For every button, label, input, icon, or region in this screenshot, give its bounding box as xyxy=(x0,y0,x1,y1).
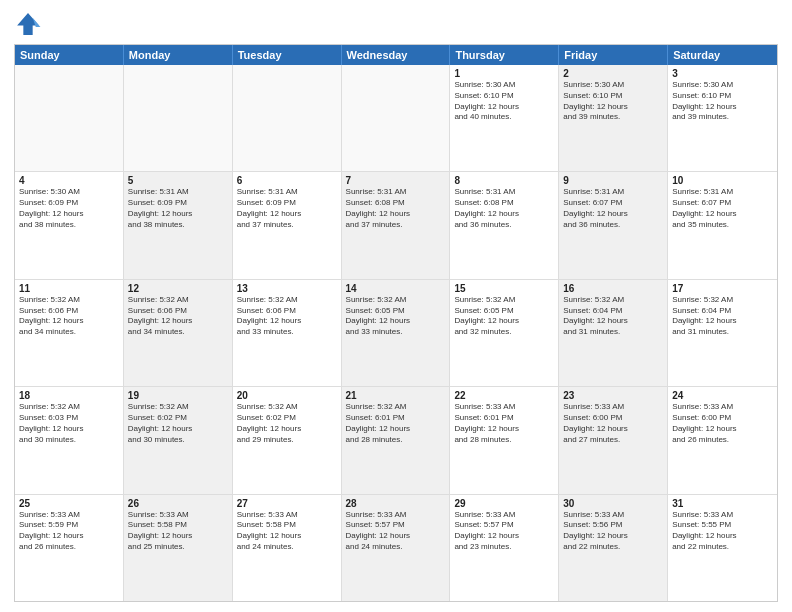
day-number: 16 xyxy=(563,283,663,294)
calendar-cell xyxy=(342,65,451,171)
day-number: 7 xyxy=(346,175,446,186)
day-info: Sunrise: 5:33 AM Sunset: 5:59 PM Dayligh… xyxy=(19,510,119,553)
calendar-cell: 31Sunrise: 5:33 AM Sunset: 5:55 PM Dayli… xyxy=(668,495,777,601)
day-info: Sunrise: 5:32 AM Sunset: 6:01 PM Dayligh… xyxy=(346,402,446,445)
calendar-cell: 7Sunrise: 5:31 AM Sunset: 6:08 PM Daylig… xyxy=(342,172,451,278)
day-number: 3 xyxy=(672,68,773,79)
calendar-cell: 2Sunrise: 5:30 AM Sunset: 6:10 PM Daylig… xyxy=(559,65,668,171)
calendar-cell: 1Sunrise: 5:30 AM Sunset: 6:10 PM Daylig… xyxy=(450,65,559,171)
day-number: 24 xyxy=(672,390,773,401)
day-info: Sunrise: 5:33 AM Sunset: 5:58 PM Dayligh… xyxy=(128,510,228,553)
calendar-cell xyxy=(233,65,342,171)
weekday-header: Thursday xyxy=(450,45,559,65)
calendar-cell: 10Sunrise: 5:31 AM Sunset: 6:07 PM Dayli… xyxy=(668,172,777,278)
calendar-cell: 26Sunrise: 5:33 AM Sunset: 5:58 PM Dayli… xyxy=(124,495,233,601)
day-number: 31 xyxy=(672,498,773,509)
day-number: 13 xyxy=(237,283,337,294)
day-info: Sunrise: 5:31 AM Sunset: 6:08 PM Dayligh… xyxy=(454,187,554,230)
day-number: 26 xyxy=(128,498,228,509)
day-number: 5 xyxy=(128,175,228,186)
day-number: 14 xyxy=(346,283,446,294)
calendar-cell: 5Sunrise: 5:31 AM Sunset: 6:09 PM Daylig… xyxy=(124,172,233,278)
calendar-cell: 19Sunrise: 5:32 AM Sunset: 6:02 PM Dayli… xyxy=(124,387,233,493)
day-info: Sunrise: 5:32 AM Sunset: 6:06 PM Dayligh… xyxy=(128,295,228,338)
day-info: Sunrise: 5:32 AM Sunset: 6:04 PM Dayligh… xyxy=(672,295,773,338)
day-number: 1 xyxy=(454,68,554,79)
calendar-cell: 22Sunrise: 5:33 AM Sunset: 6:01 PM Dayli… xyxy=(450,387,559,493)
calendar-cell xyxy=(15,65,124,171)
day-info: Sunrise: 5:33 AM Sunset: 5:57 PM Dayligh… xyxy=(346,510,446,553)
calendar-cell: 3Sunrise: 5:30 AM Sunset: 6:10 PM Daylig… xyxy=(668,65,777,171)
weekday-header: Monday xyxy=(124,45,233,65)
day-number: 10 xyxy=(672,175,773,186)
calendar-row: 11Sunrise: 5:32 AM Sunset: 6:06 PM Dayli… xyxy=(15,280,777,387)
calendar-cell: 12Sunrise: 5:32 AM Sunset: 6:06 PM Dayli… xyxy=(124,280,233,386)
calendar-cell: 15Sunrise: 5:32 AM Sunset: 6:05 PM Dayli… xyxy=(450,280,559,386)
calendar-row: 1Sunrise: 5:30 AM Sunset: 6:10 PM Daylig… xyxy=(15,65,777,172)
calendar-cell: 23Sunrise: 5:33 AM Sunset: 6:00 PM Dayli… xyxy=(559,387,668,493)
day-info: Sunrise: 5:32 AM Sunset: 6:05 PM Dayligh… xyxy=(346,295,446,338)
calendar-cell: 30Sunrise: 5:33 AM Sunset: 5:56 PM Dayli… xyxy=(559,495,668,601)
calendar-cell: 20Sunrise: 5:32 AM Sunset: 6:02 PM Dayli… xyxy=(233,387,342,493)
day-number: 27 xyxy=(237,498,337,509)
day-number: 4 xyxy=(19,175,119,186)
day-number: 21 xyxy=(346,390,446,401)
weekday-header: Saturday xyxy=(668,45,777,65)
day-number: 15 xyxy=(454,283,554,294)
calendar-cell: 6Sunrise: 5:31 AM Sunset: 6:09 PM Daylig… xyxy=(233,172,342,278)
weekday-header: Wednesday xyxy=(342,45,451,65)
calendar-cell: 24Sunrise: 5:33 AM Sunset: 6:00 PM Dayli… xyxy=(668,387,777,493)
day-info: Sunrise: 5:33 AM Sunset: 5:57 PM Dayligh… xyxy=(454,510,554,553)
day-info: Sunrise: 5:30 AM Sunset: 6:10 PM Dayligh… xyxy=(454,80,554,123)
calendar-cell: 18Sunrise: 5:32 AM Sunset: 6:03 PM Dayli… xyxy=(15,387,124,493)
day-info: Sunrise: 5:32 AM Sunset: 6:06 PM Dayligh… xyxy=(237,295,337,338)
logo-icon xyxy=(14,10,42,38)
calendar-body: 1Sunrise: 5:30 AM Sunset: 6:10 PM Daylig… xyxy=(15,65,777,601)
day-info: Sunrise: 5:30 AM Sunset: 6:10 PM Dayligh… xyxy=(563,80,663,123)
day-number: 2 xyxy=(563,68,663,79)
day-info: Sunrise: 5:33 AM Sunset: 6:01 PM Dayligh… xyxy=(454,402,554,445)
day-info: Sunrise: 5:33 AM Sunset: 5:58 PM Dayligh… xyxy=(237,510,337,553)
calendar-row: 4Sunrise: 5:30 AM Sunset: 6:09 PM Daylig… xyxy=(15,172,777,279)
day-info: Sunrise: 5:33 AM Sunset: 6:00 PM Dayligh… xyxy=(563,402,663,445)
day-number: 28 xyxy=(346,498,446,509)
weekday-header: Sunday xyxy=(15,45,124,65)
day-info: Sunrise: 5:30 AM Sunset: 6:09 PM Dayligh… xyxy=(19,187,119,230)
day-number: 19 xyxy=(128,390,228,401)
calendar-cell: 11Sunrise: 5:32 AM Sunset: 6:06 PM Dayli… xyxy=(15,280,124,386)
calendar-cell: 9Sunrise: 5:31 AM Sunset: 6:07 PM Daylig… xyxy=(559,172,668,278)
day-info: Sunrise: 5:31 AM Sunset: 6:07 PM Dayligh… xyxy=(563,187,663,230)
day-number: 25 xyxy=(19,498,119,509)
day-number: 30 xyxy=(563,498,663,509)
day-info: Sunrise: 5:32 AM Sunset: 6:05 PM Dayligh… xyxy=(454,295,554,338)
calendar-cell: 4Sunrise: 5:30 AM Sunset: 6:09 PM Daylig… xyxy=(15,172,124,278)
header xyxy=(14,10,778,38)
day-info: Sunrise: 5:31 AM Sunset: 6:08 PM Dayligh… xyxy=(346,187,446,230)
day-info: Sunrise: 5:33 AM Sunset: 5:55 PM Dayligh… xyxy=(672,510,773,553)
day-info: Sunrise: 5:33 AM Sunset: 5:56 PM Dayligh… xyxy=(563,510,663,553)
day-info: Sunrise: 5:32 AM Sunset: 6:02 PM Dayligh… xyxy=(128,402,228,445)
day-info: Sunrise: 5:31 AM Sunset: 6:07 PM Dayligh… xyxy=(672,187,773,230)
day-number: 12 xyxy=(128,283,228,294)
calendar-row: 18Sunrise: 5:32 AM Sunset: 6:03 PM Dayli… xyxy=(15,387,777,494)
day-info: Sunrise: 5:30 AM Sunset: 6:10 PM Dayligh… xyxy=(672,80,773,123)
calendar-cell: 29Sunrise: 5:33 AM Sunset: 5:57 PM Dayli… xyxy=(450,495,559,601)
day-number: 9 xyxy=(563,175,663,186)
day-info: Sunrise: 5:33 AM Sunset: 6:00 PM Dayligh… xyxy=(672,402,773,445)
day-number: 20 xyxy=(237,390,337,401)
day-number: 23 xyxy=(563,390,663,401)
day-number: 8 xyxy=(454,175,554,186)
day-number: 6 xyxy=(237,175,337,186)
day-number: 11 xyxy=(19,283,119,294)
calendar: SundayMondayTuesdayWednesdayThursdayFrid… xyxy=(14,44,778,602)
day-number: 22 xyxy=(454,390,554,401)
day-info: Sunrise: 5:32 AM Sunset: 6:03 PM Dayligh… xyxy=(19,402,119,445)
calendar-cell: 27Sunrise: 5:33 AM Sunset: 5:58 PM Dayli… xyxy=(233,495,342,601)
day-info: Sunrise: 5:31 AM Sunset: 6:09 PM Dayligh… xyxy=(237,187,337,230)
calendar-header: SundayMondayTuesdayWednesdayThursdayFrid… xyxy=(15,45,777,65)
day-info: Sunrise: 5:32 AM Sunset: 6:06 PM Dayligh… xyxy=(19,295,119,338)
calendar-cell: 28Sunrise: 5:33 AM Sunset: 5:57 PM Dayli… xyxy=(342,495,451,601)
day-number: 29 xyxy=(454,498,554,509)
day-info: Sunrise: 5:32 AM Sunset: 6:02 PM Dayligh… xyxy=(237,402,337,445)
calendar-cell xyxy=(124,65,233,171)
